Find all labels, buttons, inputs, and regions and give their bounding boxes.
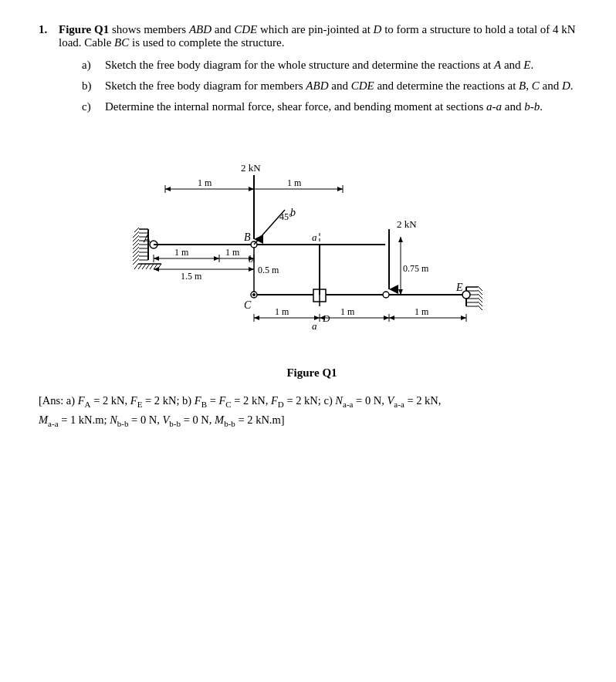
top-dim-1m-left: 1 m xyxy=(198,177,212,188)
svg-line-82 xyxy=(478,302,482,306)
dim-0-75m: 0.75 m xyxy=(403,263,429,274)
sub-text-b: Sketch the free body diagram for members… xyxy=(105,79,574,93)
svg-line-92 xyxy=(157,264,161,269)
answer-line1: [Ans: a) FA = 2 kN, FE = 2 kN; b) FB = F… xyxy=(39,392,585,411)
svg-line-86 xyxy=(134,264,138,269)
svg-point-84 xyxy=(462,291,470,299)
question-block: 1. Figure Q1 shows members ABD and CDE w… xyxy=(39,23,585,121)
sub-text-c: Determine the internal normal force, she… xyxy=(105,100,543,113)
svg-marker-40 xyxy=(214,256,219,261)
svg-line-88 xyxy=(142,264,146,269)
svg-line-81 xyxy=(478,298,482,302)
label-A: A xyxy=(143,233,151,245)
load-2kN-right: 2 kN xyxy=(397,218,417,230)
svg-line-89 xyxy=(146,264,150,269)
svg-point-31 xyxy=(383,292,389,298)
svg-marker-69 xyxy=(389,316,394,320)
sub-item-a: a) Sketch the free body diagram for the … xyxy=(82,59,585,72)
top-dim-1m-right: 1 m xyxy=(287,177,302,188)
label-C: C xyxy=(244,299,252,311)
svg-marker-54 xyxy=(249,267,254,272)
sub-label-c: c) xyxy=(82,100,99,113)
question-number: 1. xyxy=(39,23,52,121)
svg-marker-57 xyxy=(398,289,403,295)
bot-dim-1m-2: 1 m xyxy=(340,306,355,317)
svg-marker-61 xyxy=(254,316,259,320)
figure-svg: A D B xyxy=(111,137,513,360)
sub-items: a) Sketch the free body diagram for the … xyxy=(82,59,585,113)
svg-line-90 xyxy=(150,264,154,269)
figure-diagram: A D B xyxy=(111,137,513,360)
figure-caption: Figure Q1 xyxy=(286,366,337,380)
sub-item-b: b) Sketch the free body diagram for memb… xyxy=(82,79,585,93)
svg-point-29 xyxy=(252,293,256,296)
dim-1-5m: 1.5 m xyxy=(181,271,202,282)
answer-block: [Ans: a) FA = 2 kN, FE = 2 kN; b) FB = F… xyxy=(39,392,585,431)
section-a-top: a xyxy=(312,231,317,243)
bot-dim-1m-1: 1 m xyxy=(275,306,289,317)
load-2kN-top: 2 kN xyxy=(241,162,261,174)
section-a-bot: a xyxy=(312,320,317,332)
answer-line2: Ma-a = 1 kN.m; Nb-b = 0 N, Vb-b = 0 N, M… xyxy=(39,411,585,430)
svg-line-80 xyxy=(478,294,482,299)
svg-line-87 xyxy=(138,264,142,269)
sub-text-a: Sketch the free body diagram for the who… xyxy=(105,59,533,72)
question-intro: Figure Q1 shows members ABD and CDE whic… xyxy=(59,23,585,121)
svg-marker-48 xyxy=(249,187,254,191)
dim-1m-left: 1 m xyxy=(174,247,189,258)
svg-line-83 xyxy=(478,306,482,310)
svg-marker-51 xyxy=(337,187,343,191)
svg-marker-66 xyxy=(384,316,389,320)
svg-line-79 xyxy=(478,290,482,295)
sub-label-a: a) xyxy=(82,59,99,72)
label-b-dim: b xyxy=(249,254,253,265)
cable-b-label: b xyxy=(290,207,296,218)
svg-marker-56 xyxy=(398,237,403,242)
svg-marker-47 xyxy=(165,187,171,191)
svg-line-78 xyxy=(478,286,482,291)
svg-marker-39 xyxy=(154,256,159,261)
figure-container: A D B xyxy=(39,137,585,380)
label-E: E xyxy=(455,282,463,293)
sub-item-c: c) Determine the internal normal force, … xyxy=(82,100,585,113)
svg-line-14 xyxy=(134,228,139,232)
dim-0-5m: 0.5 m xyxy=(258,265,279,275)
svg-marker-70 xyxy=(461,316,466,320)
sub-label-b: b) xyxy=(82,79,99,93)
dim-1m-mid: 1 m xyxy=(225,247,240,258)
label-B: B xyxy=(244,231,251,243)
bot-dim-1m-3: 1 m xyxy=(415,306,429,317)
